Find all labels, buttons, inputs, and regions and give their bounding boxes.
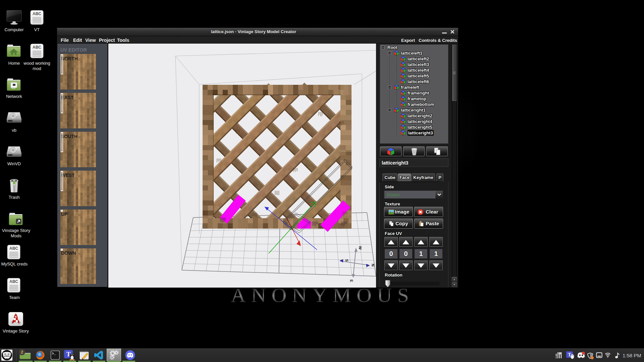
svg-text:ABC: ABC (33, 11, 41, 16)
svg-text:ABC: ABC (33, 45, 41, 50)
svg-text:ABC: ABC (9, 279, 18, 284)
svg-text:E: E (350, 280, 354, 282)
svg-text:N: N (371, 264, 375, 266)
svg-text:ABC: ABC (9, 246, 18, 251)
svg-text:>_: >_ (52, 352, 56, 356)
svg-text:S: S (345, 259, 349, 261)
svg-text:W: W (358, 246, 362, 250)
